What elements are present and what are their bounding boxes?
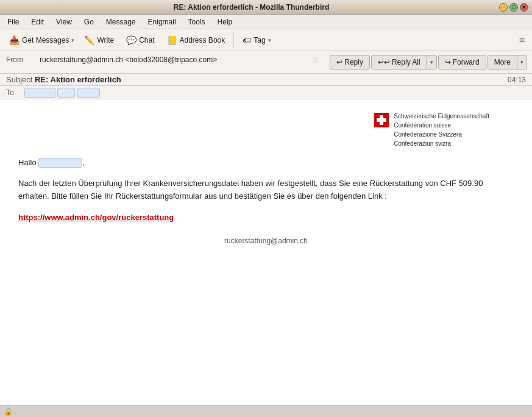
get-messages-icon: 📥 <box>9 35 20 45</box>
reply-all-button[interactable]: ↩↩ Reply All <box>372 55 427 69</box>
tag-icon: 🏷 <box>243 35 251 45</box>
subject-label: Subject <box>6 75 35 84</box>
star-icon[interactable]: ☆ <box>312 55 319 64</box>
tag-button[interactable]: 🏷 Tag ▾ <box>237 33 274 48</box>
to-row: To <box>0 86 532 99</box>
subject-field: Subject RE: Aktion erforderlich <box>6 75 121 84</box>
write-button[interactable]: ✏️ Write <box>79 33 119 48</box>
recipient-pill <box>38 158 82 168</box>
swiss-org-text: Schweizerische Eidgenossenschaft Confédé… <box>394 112 489 148</box>
menu-message[interactable]: Message <box>101 16 141 27</box>
email-time: 04:13 <box>508 76 526 84</box>
to-recipient-pill-3[interactable] <box>77 88 100 98</box>
menu-edit[interactable]: Edit <box>26 16 49 27</box>
address-book-button[interactable]: 📒 Address Book <box>161 33 231 48</box>
subject-value: RE: Aktion erforderlich <box>35 75 121 84</box>
reply-icon: ↩ <box>336 58 342 66</box>
menu-file[interactable]: File <box>2 16 24 27</box>
statusbar: 🔒 <box>0 405 532 417</box>
email-footer: ruckerstattung@admin.ch <box>18 237 514 245</box>
from-label: From <box>6 55 40 64</box>
reply-button[interactable]: ↩ Reply <box>330 55 370 70</box>
maximize-button[interactable]: □ <box>509 3 518 12</box>
reply-all-button-group: ↩↩ Reply All ▾ <box>371 55 437 70</box>
from-value: ruckerstattung@admin.ch <bolod32008@trip… <box>40 55 310 64</box>
titlebar-title: RE: Aktion erforderlich - Mozilla Thunde… <box>4 3 499 12</box>
menu-view[interactable]: View <box>51 16 77 27</box>
menu-enigmail[interactable]: Enigmail <box>143 16 181 27</box>
menubar: File Edit View Go Message Enigmail Tools… <box>0 15 532 29</box>
forward-button[interactable]: ↪ Forward <box>438 55 486 70</box>
forward-icon: ↪ <box>445 58 451 66</box>
tag-dropdown-arrow: ▾ <box>268 37 271 43</box>
address-book-icon: 📒 <box>167 35 177 45</box>
reply-all-icon: ↩↩ <box>378 58 390 66</box>
get-messages-dropdown-arrow: ▾ <box>71 37 74 43</box>
subject-row: Subject RE: Aktion erforderlich 04:13 <box>0 74 532 86</box>
menu-tools[interactable]: Tools <box>183 16 210 27</box>
reply-all-dropdown-button[interactable]: ▾ <box>427 55 436 69</box>
minimize-button[interactable]: － <box>499 3 508 12</box>
get-messages-button[interactable]: 📥 Get Messages ▾ <box>4 33 77 48</box>
to-recipient-pill-2[interactable] <box>57 88 75 98</box>
ruckerstattung-link[interactable]: https://www.admin.ch/gov/ruckerstattung <box>18 213 174 222</box>
more-button[interactable]: More <box>488 55 517 69</box>
window-controls: － □ ✕ <box>499 3 528 12</box>
chat-button[interactable]: 💬 Chat <box>121 33 160 48</box>
chat-icon: 💬 <box>126 35 137 45</box>
titlebar: RE: Aktion erforderlich - Mozilla Thunde… <box>0 0 532 15</box>
swiss-logo-area: Schweizerische Eidgenossenschaft Confédé… <box>18 112 514 148</box>
from-row: From ruckerstattung@admin.ch <bolod32008… <box>6 53 319 66</box>
to-recipient-pill[interactable] <box>24 88 55 98</box>
more-button-group: More ▾ <box>488 55 527 70</box>
menu-go[interactable]: Go <box>79 16 99 27</box>
menu-help[interactable]: Help <box>213 16 238 27</box>
close-button[interactable]: ✕ <box>520 3 528 12</box>
hamburger-menu-button[interactable]: ≡ <box>516 33 528 48</box>
status-lock-icon: 🔒 <box>4 407 13 416</box>
write-icon: ✏️ <box>84 35 94 45</box>
body-paragraph: Nach der letzten Überprüfung Ihrer Krank… <box>18 177 514 203</box>
greeting-text: Hallo , <box>18 158 514 168</box>
swiss-cross-logo <box>374 113 389 127</box>
email-body: Schweizerische Eidgenossenschaft Confédé… <box>0 99 532 412</box>
main-toolbar: 📥 Get Messages ▾ ✏️ Write 💬 Chat 📒 Addre… <box>0 29 532 51</box>
toolbar-separator <box>233 33 234 48</box>
to-label: To <box>6 88 24 97</box>
more-dropdown-button[interactable]: ▾ <box>517 55 527 69</box>
action-bar: ↩ Reply ↩↩ Reply All ▾ ↪ Forward More ▾ <box>325 51 532 73</box>
link-paragraph: https://www.admin.ch/gov/ruckerstattung <box>18 213 514 222</box>
